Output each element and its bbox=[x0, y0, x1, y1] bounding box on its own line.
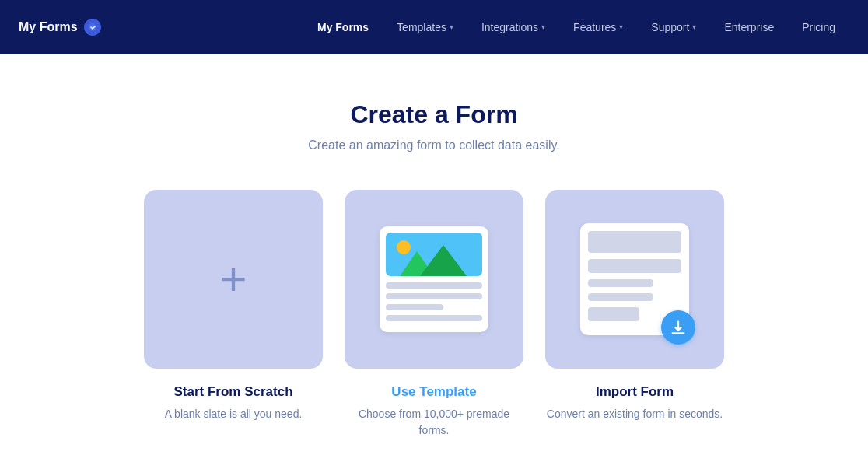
nav-support[interactable]: Support ▾ bbox=[637, 0, 710, 54]
plus-icon: + bbox=[219, 256, 247, 303]
card-scratch-desc: A blank slate is all you need. bbox=[165, 406, 303, 422]
cards-row: + Start From Scratch A blank slate is al… bbox=[144, 190, 724, 439]
card-import[interactable]: Import Form Convert an existing form in … bbox=[545, 190, 724, 422]
import-illustration-wrapper bbox=[580, 223, 689, 335]
chevron-down-icon: ▾ bbox=[541, 23, 545, 31]
download-icon bbox=[661, 310, 695, 345]
navbar: My Forms My Forms Templates ▾ Integratio… bbox=[0, 0, 868, 54]
template-line-4 bbox=[386, 315, 482, 321]
card-template-visual bbox=[345, 190, 523, 369]
nav-pricing[interactable]: Pricing bbox=[788, 0, 849, 54]
template-line-3 bbox=[386, 304, 443, 310]
card-scratch-title: Start From Scratch bbox=[173, 384, 292, 400]
mountain-right-icon bbox=[420, 245, 467, 276]
nav-integrations[interactable]: Integrations ▾ bbox=[467, 0, 559, 54]
chevron-down-icon: ▾ bbox=[692, 23, 696, 31]
card-scratch-visual: + bbox=[144, 190, 323, 369]
brand-logo[interactable]: My Forms bbox=[19, 19, 101, 36]
template-line-1 bbox=[386, 282, 482, 289]
card-template-title: Use Template bbox=[391, 384, 476, 400]
brand-name: My Forms bbox=[19, 20, 78, 34]
nav-enterprise[interactable]: Enterprise bbox=[710, 0, 788, 54]
chevron-down-icon: ▾ bbox=[619, 23, 623, 31]
import-block-2 bbox=[588, 259, 681, 273]
card-import-desc: Convert an existing form in seconds. bbox=[547, 406, 723, 422]
template-illustration bbox=[380, 226, 488, 332]
nav-features[interactable]: Features ▾ bbox=[559, 0, 637, 54]
page-subtitle: Create an amazing form to collect data e… bbox=[308, 138, 559, 152]
card-scratch[interactable]: + Start From Scratch A blank slate is al… bbox=[144, 190, 323, 422]
import-block-1 bbox=[588, 231, 681, 253]
import-block-5 bbox=[588, 307, 639, 321]
nav-my-forms[interactable]: My Forms bbox=[303, 0, 383, 54]
svg-point-0 bbox=[89, 23, 96, 31]
card-import-title: Import Form bbox=[596, 384, 674, 400]
card-import-visual bbox=[545, 190, 724, 369]
template-image-area bbox=[386, 233, 482, 276]
nav-templates[interactable]: Templates ▾ bbox=[383, 0, 467, 54]
template-line-2 bbox=[386, 293, 482, 299]
import-block-3 bbox=[588, 279, 653, 287]
brand-badge bbox=[84, 19, 101, 36]
card-template-desc: Choose from 10,000+ premade forms. bbox=[345, 406, 523, 439]
chevron-down-icon: ▾ bbox=[450, 23, 453, 31]
main-content: Create a Form Create an amazing form to … bbox=[0, 54, 868, 462]
import-block-4 bbox=[588, 293, 653, 301]
nav-links: My Forms Templates ▾ Integrations ▾ Feat… bbox=[303, 0, 849, 54]
card-template[interactable]: Use Template Choose from 10,000+ premade… bbox=[345, 190, 523, 439]
page-title: Create a Form bbox=[350, 100, 517, 129]
